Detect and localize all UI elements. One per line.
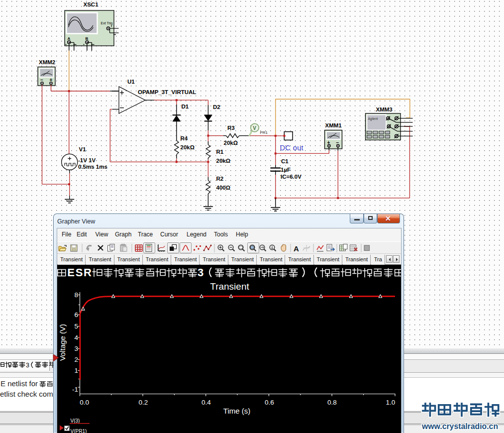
svg-text:R3: R3 xyxy=(227,125,235,131)
svg-text:D1: D1 xyxy=(182,104,189,109)
svg-text:-1: -1 xyxy=(72,386,78,393)
svg-text:A: A xyxy=(68,36,71,41)
svg-text:R4: R4 xyxy=(181,135,188,141)
svg-text:6: 6 xyxy=(74,311,78,319)
svg-text:20kΩ: 20kΩ xyxy=(181,144,195,150)
svg-text:Ext Trig: Ext Trig xyxy=(101,21,113,25)
svg-text:V(PR1): V(PR1) xyxy=(71,429,87,433)
svg-text:DC out: DC out xyxy=(280,144,304,152)
svg-text:XMM2: XMM2 xyxy=(39,59,55,65)
svg-text:0.6: 0.6 xyxy=(265,399,274,406)
svg-text:8: 8 xyxy=(74,291,78,299)
svg-text:1.0: 1.0 xyxy=(386,399,396,406)
svg-text:OPAMP_3T_VIRTUAL: OPAMP_3T_VIRTUAL xyxy=(138,89,196,95)
svg-text:0.2: 0.2 xyxy=(139,399,148,406)
svg-text:XMM3: XMM3 xyxy=(376,107,393,112)
svg-text:B: B xyxy=(86,36,89,41)
svg-text:A: A xyxy=(294,244,299,253)
svg-text:3: 3 xyxy=(198,266,204,279)
svg-text:1µF: 1µF xyxy=(281,167,291,173)
svg-text:5: 5 xyxy=(74,323,78,330)
svg-text:C1: C1 xyxy=(281,158,289,164)
svg-text:XMM1: XMM1 xyxy=(325,122,342,128)
svg-text:20kΩ: 20kΩ xyxy=(216,158,230,164)
svg-text:2: 2 xyxy=(74,356,78,363)
svg-text:D2: D2 xyxy=(213,104,220,110)
svg-text:0.8: 0.8 xyxy=(327,399,337,406)
svg-text:PR1: PR1 xyxy=(260,130,268,135)
svg-text:1: 1 xyxy=(74,367,78,374)
svg-text:3: 3 xyxy=(74,345,78,352)
svg-text:XSC1: XSC1 xyxy=(84,1,99,7)
svg-text:R2: R2 xyxy=(216,176,224,182)
svg-text:400Ω: 400Ω xyxy=(216,185,230,191)
svg-text:R1: R1 xyxy=(216,149,224,155)
svg-text:0.4: 0.4 xyxy=(202,399,211,406)
svg-text:Time (s): Time (s) xyxy=(223,407,250,415)
svg-text:0.5ms 1ms: 0.5ms 1ms xyxy=(78,164,107,170)
svg-text:0.0: 0.0 xyxy=(80,399,89,406)
svg-text:4: 4 xyxy=(74,334,78,341)
svg-text:V(3): V(3) xyxy=(71,418,80,424)
svg-text:Agilent: Agilent xyxy=(368,117,378,121)
svg-text:U1: U1 xyxy=(127,79,135,85)
svg-text:V1: V1 xyxy=(79,146,87,152)
svg-text:V: V xyxy=(253,125,256,131)
svg-text:E netlist for: E netlist for xyxy=(0,379,38,388)
svg-text:Transient: Transient xyxy=(210,281,249,292)
svg-text:IC=6.0V: IC=6.0V xyxy=(281,174,302,180)
svg-text:ESR: ESR xyxy=(67,266,93,279)
svg-text:www.crystalradio.cn: www.crystalradio.cn xyxy=(421,422,498,431)
svg-text:3: 3 xyxy=(26,362,29,369)
svg-text:-1V 1V: -1V 1V xyxy=(78,157,96,163)
svg-text:20kΩ: 20kΩ xyxy=(224,140,238,146)
